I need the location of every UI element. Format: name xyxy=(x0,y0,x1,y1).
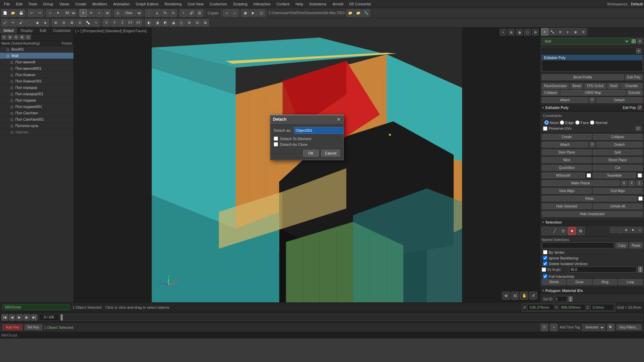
maxscript-input[interactable] xyxy=(18,334,643,337)
vp-zoom-extents[interactable]: ⊕ xyxy=(502,292,510,300)
tb-extra[interactable]: ⊠ xyxy=(202,19,209,26)
slice-btn[interactable]: Slice xyxy=(542,157,592,163)
shell-btn[interactable]: Shell xyxy=(607,83,620,89)
sel-polygon-icon[interactable]: ■ xyxy=(568,227,576,235)
menu-arnold[interactable]: Arnold xyxy=(330,1,346,7)
modifier-edit-poly[interactable]: Editable Poly xyxy=(542,55,642,60)
tb-named-sel[interactable]: ▣ xyxy=(241,9,249,17)
ring-btn[interactable]: Ring xyxy=(593,279,617,285)
menu-interactive[interactable]: Interactive xyxy=(251,1,273,7)
relax-btn[interactable]: Relax xyxy=(542,196,637,201)
rp-chevron-btn[interactable]: ▼ xyxy=(637,39,643,44)
tb-open[interactable]: 📂 xyxy=(9,9,17,17)
tree-item-pol-van[interactable]: ◻ Пол ванной xyxy=(0,59,73,65)
menu-scripting[interactable]: Scripting xyxy=(230,1,250,7)
relax-checkbox[interactable] xyxy=(638,196,643,201)
chamfer-btn[interactable]: Chamfer xyxy=(621,83,643,89)
tree-item-pol-komnat001[interactable]: ◻ Пол Комнат001 xyxy=(0,78,73,84)
y-coord[interactable] xyxy=(559,304,586,311)
sel-element-icon[interactable]: ⊞ xyxy=(577,227,585,235)
key-mode-dropdown[interactable]: Selected xyxy=(582,324,605,331)
menu-edit[interactable]: Edit xyxy=(13,1,25,7)
detach-ok-button[interactable]: OK xyxy=(303,150,319,157)
rp-utilities-icon[interactable]: ⚙ xyxy=(580,28,587,36)
tb-deform[interactable]: ◈ xyxy=(42,19,49,26)
menu-modifiers[interactable]: Modifiers xyxy=(90,1,110,7)
tb-mat3[interactable]: ◩ xyxy=(161,19,169,26)
menu-animation[interactable]: Animation xyxy=(111,1,132,7)
timeline-track[interactable] xyxy=(60,314,643,321)
go-start-btn[interactable]: |◀ xyxy=(1,314,8,321)
constraint-normal[interactable]: Normal xyxy=(590,120,607,125)
hide-selected-btn[interactable]: Hide Selected xyxy=(542,203,592,209)
detach-as-clone-checkbox[interactable] xyxy=(274,142,278,146)
reset-plane-btn[interactable]: Reset Plane xyxy=(593,157,643,163)
tb-paint3[interactable]: 🖌 xyxy=(17,19,25,26)
tb-select[interactable]: ⊹ xyxy=(46,9,54,17)
detach-name-input[interactable] xyxy=(294,127,344,134)
detach-to-element-checkbox[interactable] xyxy=(274,136,278,141)
tree-item-pol-sanuzel001[interactable]: ◻ Пол СанУзел001 xyxy=(0,116,73,123)
tb-filter-dropdown[interactable]: All xyxy=(62,10,76,16)
tree-item-potolok[interactable]: ◻ Потолок нуль xyxy=(0,123,73,129)
vp-maximize[interactable]: + xyxy=(500,29,506,36)
menu-graph-editors[interactable]: Graph Editors xyxy=(133,1,161,7)
set-key-btn[interactable]: Set Key xyxy=(24,324,42,330)
vp-wireframe[interactable]: ⬡ xyxy=(524,29,531,36)
make-planar-x[interactable]: X xyxy=(621,180,627,186)
tb-paint5[interactable]: ◉ xyxy=(34,19,41,26)
tb-align[interactable]: ⊠ xyxy=(68,19,75,26)
detach-mod-btn[interactable]: Detach xyxy=(596,142,643,147)
ignore-backfacing-checkbox[interactable] xyxy=(543,256,547,260)
maxscript-area[interactable]: MAXScript xyxy=(3,304,70,310)
unhide-all-btn[interactable]: Unhide All xyxy=(593,203,643,209)
tb-render-frame[interactable]: ◫ xyxy=(258,9,265,17)
menu-d5-converter[interactable]: D5 Converter xyxy=(346,1,374,7)
tree-icon3[interactable]: ⊠ xyxy=(19,35,25,40)
next-frame-btn[interactable]: ▶ xyxy=(23,314,30,321)
rp-hierarchy-icon[interactable]: ⊞ xyxy=(556,28,564,36)
full-interactivity-checkbox[interactable] xyxy=(543,274,547,279)
vp-shading[interactable]: ◑ xyxy=(516,29,523,36)
search-btn[interactable]: 🔍 xyxy=(607,324,614,331)
frame-counter[interactable] xyxy=(39,314,59,321)
make-planar-btn[interactable]: Make Planar xyxy=(542,180,620,186)
tessellate-checkbox[interactable] xyxy=(638,173,642,178)
by-angle-checkbox[interactable] xyxy=(542,267,546,272)
named-sel-copy[interactable]: Copy xyxy=(615,242,628,248)
tb-select-filter[interactable]: ▼ xyxy=(54,9,62,17)
menu-create[interactable]: Create xyxy=(72,1,89,7)
named-sel-paste[interactable]: Paste xyxy=(629,242,643,248)
set-id-down[interactable]: ▼ xyxy=(569,299,573,302)
tab-display[interactable]: Display xyxy=(17,27,37,34)
tb-angle-snap[interactable]: ∡ xyxy=(153,9,161,17)
vp-arc-rotate[interactable]: ↺ xyxy=(529,292,537,300)
viewport[interactable]: [ + ] [Perspective] [Standard] [Edged Fa… xyxy=(74,27,540,302)
time-config-btn[interactable]: ⏱ xyxy=(541,324,548,331)
prev-frame-btn[interactable]: ◀ xyxy=(9,314,15,321)
tb-new[interactable]: 📄 xyxy=(1,9,9,17)
tb-xy[interactable]: XY xyxy=(127,19,134,26)
menu-customize[interactable]: Customize xyxy=(207,1,230,7)
auto-key-btn[interactable]: Auto Key xyxy=(3,324,22,330)
tb-bone[interactable]: 🦴 xyxy=(84,19,92,26)
tb-scale-uniform[interactable]: ⊞ xyxy=(104,9,111,17)
by-angle-down[interactable]: ▼ xyxy=(638,269,643,273)
collapse-btn[interactable]: Collapse xyxy=(542,90,559,96)
by-vertex-checkbox[interactable] xyxy=(543,250,547,254)
tree-item-pol-koridor[interactable]: ◻ Пол коридор xyxy=(0,84,73,91)
tree-icon1[interactable]: ⊞ xyxy=(7,35,13,40)
delete-isolated-checkbox[interactable] xyxy=(543,261,547,266)
tb-arc-rotate[interactable]: ⌾ xyxy=(223,9,230,17)
tb-reference[interactable]: ◎ xyxy=(114,9,121,17)
vp-settings[interactable]: ⚙ xyxy=(532,29,539,36)
loop-btn[interactable]: Loop xyxy=(618,279,643,285)
quickslice-btn[interactable]: QuickSlice xyxy=(542,165,592,171)
detach-btn[interactable]: Detach xyxy=(596,97,643,103)
tb-create[interactable]: + xyxy=(180,9,187,17)
tb-redo[interactable]: ↪ xyxy=(36,9,43,17)
tb-scene[interactable]: ⊞ xyxy=(185,19,193,26)
make-planar-y[interactable]: Y xyxy=(628,180,635,186)
constraint-edge[interactable]: Edge xyxy=(560,120,574,125)
tb-arc-sub[interactable]: ⌽ xyxy=(231,9,238,17)
